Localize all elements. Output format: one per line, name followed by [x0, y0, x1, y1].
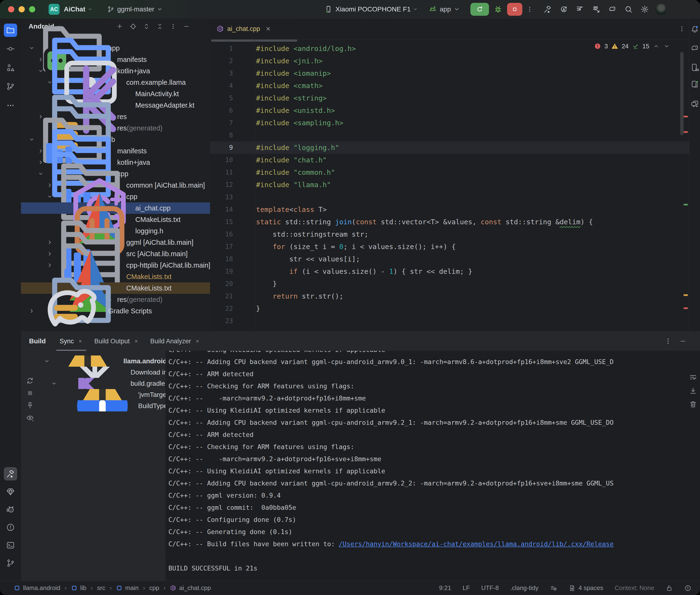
tool-stripe-pull-requests[interactable]	[4, 80, 17, 93]
breadcrumb-item-ai-chat-cpp[interactable]: ai_chat.cpp	[170, 584, 211, 592]
chevron-down-icon[interactable]	[51, 380, 58, 387]
next-problem-button[interactable]	[663, 42, 670, 50]
vertical-scrollbar[interactable]	[680, 52, 683, 135]
tab-options-button[interactable]	[678, 25, 685, 32]
close-window-button[interactable]	[8, 6, 14, 12]
more-actions-button[interactable]	[526, 6, 533, 13]
chevron-down-icon[interactable]	[37, 170, 44, 177]
chevron-right-icon[interactable]	[37, 159, 44, 166]
stop-button[interactable]	[507, 3, 522, 16]
chevron-down-icon[interactable]	[28, 136, 35, 143]
run-configuration-selector[interactable]: app	[429, 5, 461, 13]
error-stripe-mark[interactable]	[683, 116, 688, 117]
scroll-to-end-button[interactable]	[689, 387, 697, 395]
breadcrumb-item-src[interactable]: src	[97, 584, 105, 592]
project-selector[interactable]: AiChat	[64, 5, 85, 13]
status-line-separator[interactable]: LF	[463, 584, 470, 592]
tool-stripe-logcat[interactable]	[4, 503, 17, 516]
breadcrumb-item-llama-android[interactable]: llama.android	[14, 584, 60, 592]
status-encoding[interactable]: UTF-8	[481, 584, 499, 592]
chevron-right-icon[interactable]	[46, 182, 53, 189]
build-tab-build-output[interactable]: Build Output	[89, 332, 145, 351]
build-tab-sync[interactable]: Sync	[54, 332, 89, 351]
status-highlighting-level[interactable]	[550, 585, 557, 592]
status-context[interactable]: Context: None	[615, 584, 654, 592]
build-console[interactable]: C/C++: -- Using KleidiAI optimized kerne…	[166, 351, 700, 581]
chevron-right-icon[interactable]	[28, 307, 35, 314]
build-tree-item[interactable]: BuildType 'debug' is both de	[39, 400, 166, 412]
tool-stripe-terminal[interactable]	[4, 539, 17, 552]
build-tree-item[interactable]: llama.android: fi22 sec, 583 ms	[39, 356, 166, 367]
build-tree-item[interactable]: 'jvmTarget: String' is deprec	[39, 389, 166, 400]
tool-stripe-notifications[interactable]	[690, 25, 699, 34]
chevron-down-icon[interactable]	[37, 67, 44, 75]
error-stripe-mark[interactable]	[683, 307, 688, 309]
status-clang-tidy[interactable]: .clang-tidy	[510, 584, 538, 592]
code-text[interactable]: #include <android/log.h>#include <jni.h>…	[256, 42, 675, 327]
apply-changes-button[interactable]	[559, 5, 568, 13]
chevron-down-icon[interactable]	[46, 193, 53, 200]
close-icon[interactable]	[78, 339, 83, 344]
chevron-right-icon[interactable]	[37, 56, 44, 63]
chevron-right-icon[interactable]	[46, 239, 53, 246]
error-stripe-mark[interactable]	[683, 131, 688, 133]
select-opened-file-button[interactable]	[130, 23, 137, 30]
tree-item-gradle-scripts[interactable]: Gradle Scripts	[21, 305, 210, 317]
tool-stripe-project[interactable]	[4, 24, 17, 37]
clear-all-button[interactable]	[689, 400, 697, 408]
error-stripe-mark[interactable]	[683, 204, 688, 205]
status-caret-position[interactable]: 9:21	[439, 584, 451, 592]
tool-stripe-build[interactable]	[4, 467, 17, 480]
attach-debugger-button[interactable]	[592, 5, 600, 13]
chevron-down-icon[interactable]	[28, 45, 35, 52]
hide-build-panel-button[interactable]	[679, 337, 687, 345]
tool-stripe-gemini[interactable]	[690, 100, 699, 109]
build-output-path-link[interactable]: /Users/hanyin/Workspace/ai-chat/examples…	[339, 540, 614, 548]
status-indent[interactable]: 4 spaces	[568, 584, 603, 592]
tool-stripe-commit[interactable]	[4, 42, 17, 55]
breadcrumb-item-lib[interactable]: lib	[71, 584, 86, 592]
breadcrumb-item-main[interactable]: main	[116, 584, 139, 592]
close-icon[interactable]	[195, 339, 200, 344]
build-options-button[interactable]	[664, 337, 672, 345]
soft-wrap-button[interactable]	[689, 374, 697, 382]
collapse-all-button[interactable]	[156, 23, 163, 30]
tool-stripe-version-control[interactable]	[4, 557, 17, 570]
tool-stripe-gradle[interactable]	[690, 44, 699, 53]
tool-stripe-problems[interactable]	[4, 521, 17, 534]
close-icon[interactable]	[264, 25, 272, 33]
rerun-button[interactable]	[470, 3, 489, 16]
hide-panel-button[interactable]	[183, 23, 190, 30]
build-tree-item[interactable]: build.gradle.ktsapp 1 warning	[39, 378, 166, 389]
tool-stripe-device-manager[interactable]	[690, 63, 699, 72]
tool-stripe-more-tool-windows[interactable]	[4, 99, 17, 112]
stop-indicator[interactable]	[26, 389, 34, 397]
sync-refresh-button[interactable]	[26, 377, 34, 385]
tool-stripe-app-quality-insights[interactable]	[4, 485, 17, 498]
chevron-right-icon[interactable]	[46, 250, 53, 257]
options-button[interactable]	[170, 23, 177, 30]
close-icon[interactable]	[134, 339, 139, 344]
chevron-right-icon[interactable]	[37, 147, 44, 154]
status-read-write-lock[interactable]	[666, 585, 673, 592]
tab-ai-chat-cpp[interactable]: ai_chat.cpp	[210, 19, 282, 39]
maximize-window-button[interactable]	[29, 6, 35, 12]
build-tree-item[interactable]: Download info	[39, 367, 166, 378]
user-avatar[interactable]	[656, 4, 667, 15]
filter-button[interactable]	[26, 414, 34, 422]
tool-stripe-structure[interactable]	[4, 61, 17, 75]
profiler-button[interactable]	[576, 5, 584, 13]
debug-button[interactable]	[494, 5, 502, 13]
device-selector[interactable]: Xiaomi POCOPHONE F1	[325, 5, 418, 13]
build-tab-build-analyzer[interactable]: Build Analyzer	[145, 332, 206, 351]
expand-all-button[interactable]	[143, 23, 150, 30]
gradle-sync-button[interactable]	[608, 5, 617, 13]
build-project-button[interactable]	[543, 5, 552, 13]
previous-problem-button[interactable]	[653, 42, 660, 50]
inspections-widget[interactable]: 3 24 15	[594, 41, 670, 51]
branch-selector[interactable]: ggml-master	[107, 5, 163, 13]
minimize-window-button[interactable]	[19, 6, 25, 12]
add-button[interactable]	[116, 23, 123, 30]
pin-button[interactable]	[26, 401, 34, 409]
breadcrumb-item-cpp[interactable]: cpp	[149, 584, 159, 592]
